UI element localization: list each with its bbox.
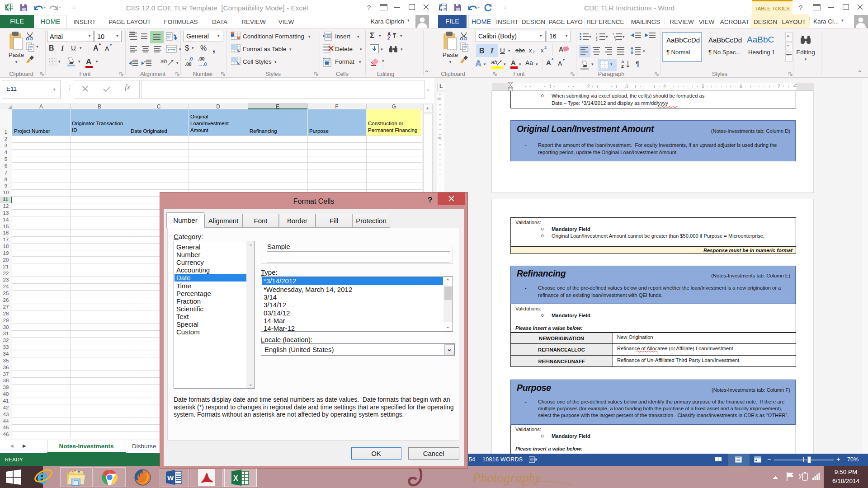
svg-text:3: 3	[596, 38, 598, 41]
svg-text:A: A	[476, 59, 481, 68]
svg-text:W: W	[167, 474, 174, 482]
svg-text:X: X	[233, 474, 238, 482]
svg-text:i: i	[615, 38, 616, 41]
